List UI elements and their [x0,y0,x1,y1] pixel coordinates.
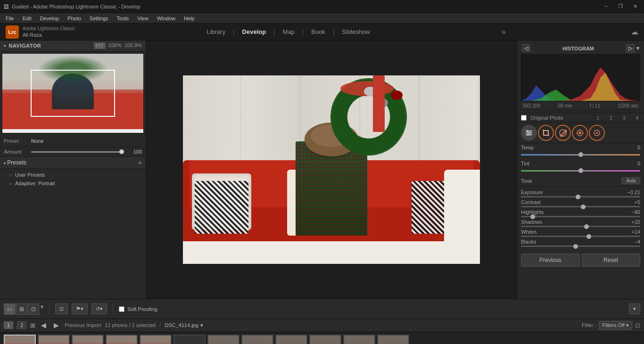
previous-button[interactable]: Previous [521,254,580,267]
view-dropdown-icon[interactable]: ▾ [41,303,43,315]
view-tool-btn[interactable] [572,125,588,141]
clip-right-icon[interactable]: ▷ [626,44,635,52]
minimize-button[interactable]: − [602,2,611,10]
shadows-value: +10 [631,219,640,225]
thumb-4[interactable] [106,335,138,344]
thumb-12[interactable] [377,335,409,344]
filmstrip-prev-arrow[interactable]: ◀ [39,320,48,330]
thumb-2[interactable] [38,335,70,344]
contrast-thumb[interactable] [581,205,586,209]
crop-tool-btn[interactable] [538,125,554,141]
soft-proofing-checkbox[interactable] [119,306,124,312]
thumb-6[interactable] [173,335,206,344]
menu-settings[interactable]: Settings [86,15,112,22]
rotate-btn[interactable]: ↺▾ [91,303,107,314]
window-controls: − ❐ ✕ [602,2,640,10]
preset-item-portrait[interactable]: ▷ Adaptive: Portrait [0,179,146,188]
module-slideshow[interactable]: Slideshow [335,26,376,37]
menu-tools[interactable]: Tools [113,15,133,22]
thumb-10[interactable] [309,335,341,344]
zoom1-btn[interactable]: 100% [108,42,122,49]
shadows-label: Shadows [521,219,542,225]
auto-button[interactable]: Auto [622,177,640,184]
module-develop[interactable]: Develop [236,26,273,37]
menu-help[interactable]: Help [180,15,198,22]
whites-value: +14 [631,229,640,235]
preset-item-user[interactable]: ▷ User Presets [0,171,146,179]
reset-button[interactable]: Reset [582,254,641,267]
contrast-track[interactable] [521,206,640,207]
edit-tool-btn[interactable] [555,125,571,141]
filename-dropdown[interactable]: ▾ [200,322,203,328]
filmstrip-page2-btn[interactable]: 2 [17,321,26,329]
presets-title: Presets [7,159,26,166]
compare-view-btn[interactable]: ⊡ [28,303,39,315]
contrast-row: Contrast +5 [517,198,644,208]
presets-header[interactable]: ▾ Presets + [0,157,146,169]
thumb-8[interactable] [241,335,273,344]
proof-dropdown-btn[interactable]: ▾ [629,303,640,314]
blacks-track[interactable] [521,246,640,247]
single-view-btn[interactable]: ▭ [4,303,16,315]
tint-label: Tint [521,161,529,166]
thumb-1[interactable]: 1 [4,335,36,344]
toolbar-divider-1 [49,304,50,314]
module-map[interactable]: Map [276,26,301,37]
multi-view-btn[interactable]: ⊞ [16,303,27,315]
thumb-9[interactable] [275,335,307,344]
presets-expand-icon: ▾ [4,161,6,165]
whites-track[interactable] [521,236,640,237]
thumb-7[interactable] [207,335,239,344]
blacks-thumb[interactable] [573,244,578,249]
temp-track[interactable] [521,154,640,156]
original-photo-label: Original Photo [530,115,563,121]
highlights-track[interactable] [521,216,640,217]
thumb-5[interactable] [140,335,172,344]
module-library[interactable]: Library [200,26,232,37]
menu-photo[interactable]: Photo [64,15,85,22]
navigator-header[interactable]: ▾ Navigator FIT 100% 105.9% [0,41,146,51]
filmstrip-page1-btn[interactable]: 1 [4,321,13,329]
temp-slider-row: Temp 0 [517,143,644,159]
exposure-thumb[interactable] [576,195,580,199]
menu-develop[interactable]: Develop [36,15,63,22]
exposure-track[interactable] [521,196,640,197]
filmstrip-grid-btn[interactable]: ⊞ [30,322,35,329]
tint-thumb[interactable] [578,168,583,173]
menu-file[interactable]: File [2,15,18,22]
zoom2-btn[interactable]: 105.9% [124,42,142,49]
menu-edit[interactable]: Edit [19,15,35,22]
step-4: 4 [636,115,638,121]
highlights-thumb[interactable] [530,214,535,219]
fit-btn[interactable]: FIT [94,42,106,49]
shadows-thumb[interactable] [584,224,589,229]
module-more[interactable]: » [502,28,506,36]
module-book[interactable]: Book [305,26,332,37]
app-icon: 🖼 [4,4,9,9]
menu-view[interactable]: View [133,15,152,22]
crop-overlay-btn[interactable]: ⊡ [55,303,68,314]
basic-sliders-btn[interactable] [521,125,537,141]
flag-btn[interactable]: ⚑▾ [72,303,88,314]
close-button[interactable]: ✕ [630,2,640,10]
tint-track[interactable] [521,170,640,172]
shadows-track[interactable] [521,226,640,227]
filmstrip-next-arrow[interactable]: ▶ [52,320,61,330]
clip-left-icon[interactable]: ◁ [522,44,530,52]
restore-button[interactable]: ❐ [615,2,626,10]
thumb-11[interactable] [343,335,375,344]
add-preset-btn[interactable]: + [138,159,142,166]
navigator-section: ▾ Navigator FIT 100% 105.9% [0,41,146,135]
thumb-3[interactable] [72,335,104,344]
histogram-expand-icon[interactable]: ▾ [636,45,639,51]
filter-dropdown-btn[interactable]: Filters Off ▾ [599,321,632,330]
temp-thumb[interactable] [578,152,583,157]
step-1: 1 [597,115,600,121]
original-photo-checkbox[interactable] [521,115,527,121]
menu-window[interactable]: Window [153,15,179,22]
whites-thumb[interactable] [586,234,591,239]
more-tool-btn[interactable] [589,125,605,141]
filter-icon-btn[interactable]: ⊡ [635,322,640,329]
amount-slider[interactable] [31,151,124,153]
amount-row: Amount 100 [0,147,146,157]
